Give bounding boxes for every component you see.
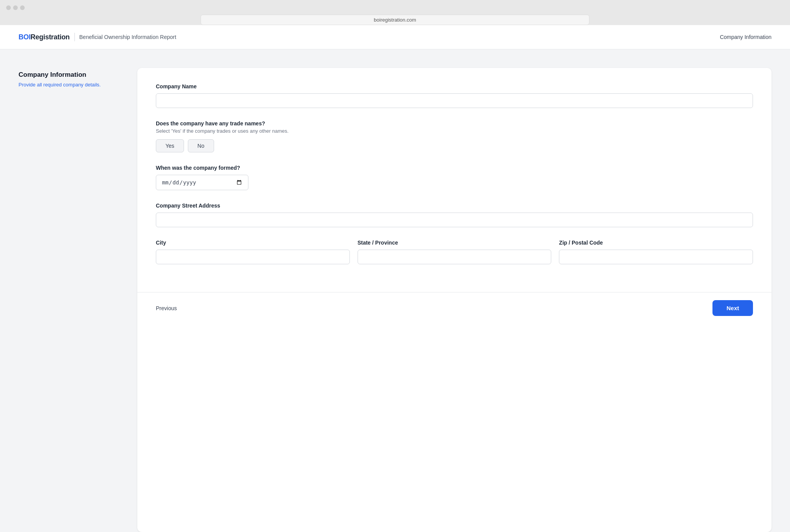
address-bar[interactable]: boiregistration.com	[201, 15, 589, 25]
header-subtitle: Beneficial Ownership Information Report	[79, 34, 176, 40]
previous-button[interactable]: Previous	[156, 305, 177, 311]
company-formed-input[interactable]	[156, 175, 248, 190]
state-group: State / Province	[358, 240, 552, 264]
state-input[interactable]	[358, 250, 552, 264]
browser-dot-red	[6, 5, 11, 10]
header-divider	[74, 33, 75, 41]
zip-input[interactable]	[559, 250, 753, 264]
sidebar: Company Information Provide all required…	[19, 68, 119, 532]
form-footer: Previous Next	[137, 292, 771, 324]
page-layout: Company Information Provide all required…	[0, 49, 790, 532]
app-container: BOIRegistration Beneficial Ownership Inf…	[0, 25, 790, 532]
logo-registration: Registration	[30, 33, 69, 41]
form-card: Company Name Does the company have any t…	[137, 68, 771, 532]
street-address-input[interactable]	[156, 213, 753, 227]
form-body: Company Name Does the company have any t…	[137, 68, 771, 292]
city-label: City	[156, 240, 350, 246]
header: BOIRegistration Beneficial Ownership Inf…	[0, 25, 790, 49]
street-address-label: Company Street Address	[156, 203, 753, 209]
company-formed-group: When was the company formed?	[156, 165, 753, 190]
trade-names-yes-button[interactable]: Yes	[156, 139, 184, 152]
browser-dot-yellow	[13, 5, 18, 10]
trade-names-hint: Select 'Yes' if the company trades or us…	[156, 128, 753, 134]
browser-dot-green	[20, 5, 25, 10]
street-address-group: Company Street Address	[156, 203, 753, 227]
zip-group: Zip / Postal Code	[559, 240, 753, 264]
state-label: State / Province	[358, 240, 552, 246]
browser-chrome: boiregistration.com	[0, 0, 790, 25]
header-left: BOIRegistration Beneficial Ownership Inf…	[19, 33, 176, 41]
trade-names-toggle-group: Yes No	[156, 139, 753, 152]
next-button[interactable]: Next	[712, 300, 753, 316]
zip-label: Zip / Postal Code	[559, 240, 753, 246]
logo-boi: BOI	[19, 33, 30, 41]
company-name-group: Company Name	[156, 83, 753, 108]
sidebar-title: Company Information	[19, 71, 119, 79]
browser-dots	[6, 4, 784, 12]
city-group: City	[156, 240, 350, 264]
company-name-label: Company Name	[156, 83, 753, 90]
trade-names-question: Does the company have any trade names?	[156, 120, 753, 127]
company-formed-label: When was the company formed?	[156, 165, 753, 171]
header-page-title: Company Information	[720, 34, 771, 40]
sidebar-description: Provide all required company details.	[19, 82, 119, 88]
trade-names-group: Does the company have any trade names? S…	[156, 120, 753, 152]
address-row: City State / Province Zip / Postal Code	[156, 240, 753, 264]
city-input[interactable]	[156, 250, 350, 264]
logo: BOIRegistration	[19, 33, 70, 41]
trade-names-no-button[interactable]: No	[188, 139, 214, 152]
company-name-input[interactable]	[156, 93, 753, 108]
